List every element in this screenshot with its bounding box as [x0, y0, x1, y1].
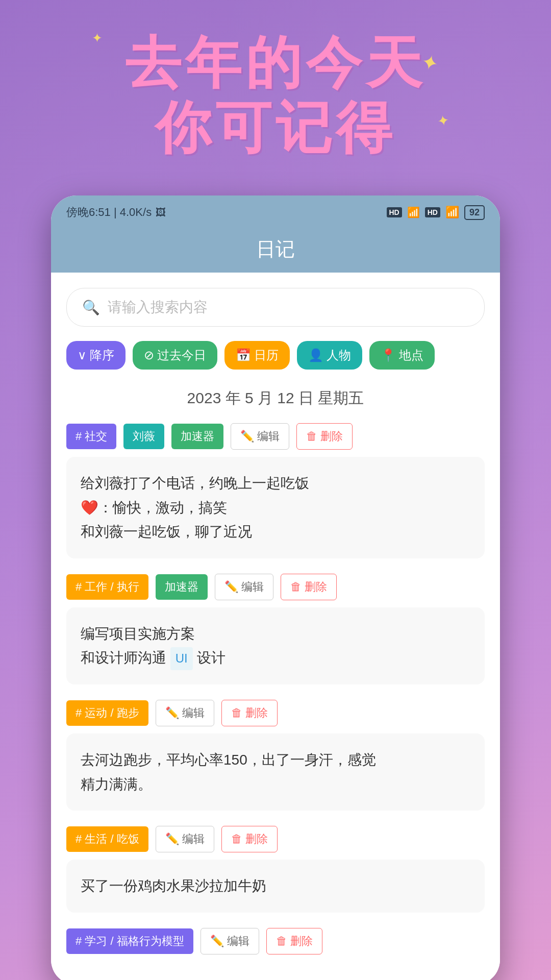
filter-past-btn[interactable]: ⊘ 过去今日	[133, 341, 217, 370]
entry4-line1: 买了一份鸡肉水果沙拉加牛奶	[81, 874, 470, 898]
entry1-line2: ❤️：愉快，激动，搞笑	[81, 496, 470, 520]
entry3-line2: 精力满满。	[81, 772, 470, 797]
filter-bar: ∨ 降序 ⊘ 过去今日 📅 日历 👤 人物 📍 地点	[66, 341, 485, 370]
entry1-edit-btn[interactable]: ✏️ 编辑	[231, 423, 289, 450]
entry3-edit-btn[interactable]: ✏️ 编辑	[156, 700, 214, 726]
tag-study[interactable]: # 学习 / 福格行为模型	[66, 928, 193, 954]
tag-social[interactable]: # 社交	[66, 424, 116, 449]
edit-label3: 编辑	[182, 705, 205, 721]
status-bar: 傍晚6:51 | 4.0K/s 🖼 HD 📶 HD 📶 92	[51, 195, 500, 226]
entry1-delete-btn[interactable]: 🗑 删除	[296, 423, 353, 450]
app-header: 日记	[51, 226, 500, 273]
person-label: 人物	[327, 347, 351, 363]
delete-label4: 删除	[245, 831, 268, 847]
status-time: 傍晚6:51 | 4.0K/s	[66, 205, 152, 220]
app-title: 日记	[256, 238, 295, 260]
entry4-edit-btn[interactable]: ✏️ 编辑	[156, 826, 214, 852]
wifi-icon: 📶	[445, 206, 459, 219]
edit-label4: 编辑	[182, 831, 205, 847]
entry2-delete-btn[interactable]: 🗑 删除	[281, 574, 337, 600]
edit-label: 编辑	[257, 429, 280, 444]
sort-icon: ∨	[78, 348, 87, 362]
hd-badge2: HD	[425, 207, 440, 217]
entry-section-5: # 学习 / 福格行为模型 ✏️ 编辑 🗑 删除	[66, 928, 485, 954]
delete-icon3: 🗑	[231, 706, 242, 720]
entry5-edit-btn[interactable]: ✏️ 编辑	[201, 928, 259, 954]
entry2-line2: 和设计师沟通 UI 设计	[81, 646, 470, 670]
entry3-line1: 去河边跑步，平均心率150，出了一身汗，感觉	[81, 748, 470, 772]
tag-work[interactable]: # 工作 / 执行	[66, 574, 148, 600]
tag-sport[interactable]: # 运动 / 跑步	[66, 700, 148, 726]
location-label: 地点	[399, 347, 423, 363]
delete-label: 删除	[320, 429, 343, 444]
entry1-line3: 和刘薇一起吃饭，聊了近况	[81, 520, 470, 544]
past-icon: ⊘	[144, 348, 154, 362]
entry3-delete-btn[interactable]: 🗑 删除	[221, 700, 278, 726]
header-section: ✦ 去年的今天 你可记得 ✦ ✦	[0, 0, 551, 180]
location-icon: 📍	[381, 348, 396, 362]
delete-label5: 删除	[290, 934, 313, 949]
entry2-tags-row: # 工作 / 执行 加速器 ✏️ 编辑 🗑 删除	[66, 574, 485, 600]
entry4-card: 买了一份鸡肉水果沙拉加牛奶	[66, 860, 485, 913]
entry2-line1: 编写项目实施方案	[81, 622, 470, 646]
entry4-tags-row: # 生活 / 吃饭 ✏️ 编辑 🗑 删除	[66, 826, 485, 852]
entry3-card: 去河边跑步，平均心率150，出了一身汗，感觉 精力满满。	[66, 733, 485, 811]
calendar-label: 日历	[254, 347, 279, 363]
tag-booster[interactable]: 加速器	[171, 424, 223, 449]
search-bar[interactable]: 🔍 请输入搜索内容	[66, 288, 485, 327]
past-label: 过去今日	[157, 347, 206, 363]
entry4-delete-btn[interactable]: 🗑 删除	[221, 826, 278, 852]
tag-booster2[interactable]: 加速器	[156, 574, 208, 600]
edit-icon4: ✏️	[165, 832, 179, 846]
filter-person-btn[interactable]: 👤 人物	[297, 341, 362, 370]
entry-section-2: # 工作 / 执行 加速器 ✏️ 编辑 🗑 删除 编写项目实施方案 和设计师沟通…	[66, 574, 485, 684]
delete-icon: 🗑	[306, 430, 317, 443]
search-icon: 🔍	[82, 299, 100, 316]
entry-section-3: # 运动 / 跑步 ✏️ 编辑 🗑 删除 去河边跑步，平均心率150，出了一身汗…	[66, 700, 485, 811]
date-header: 2023 年 5 月 12 日 星期五	[66, 388, 485, 409]
status-right: HD 📶 HD 📶 92	[387, 205, 485, 220]
person-icon: 👤	[308, 348, 323, 362]
entry-section-1: # 社交 刘薇 加速器 ✏️ 编辑 🗑 删除 给刘薇打了个电话，约晚上一起吃饭 …	[66, 423, 485, 558]
filter-sort-btn[interactable]: ∨ 降序	[66, 341, 126, 370]
entry2-edit-btn[interactable]: ✏️ 编辑	[215, 574, 273, 600]
entry1-tags-row: # 社交 刘薇 加速器 ✏️ 编辑 🗑 删除	[66, 423, 485, 450]
entry5-tags-row: # 学习 / 福格行为模型 ✏️ 编辑 🗑 删除	[66, 928, 485, 954]
calendar-icon: 📅	[236, 348, 251, 362]
battery-indicator: 92	[464, 205, 485, 220]
entry-section-4: # 生活 / 吃饭 ✏️ 编辑 🗑 删除 买了一份鸡肉水果沙拉加牛奶	[66, 826, 485, 913]
edit-icon5: ✏️	[210, 935, 224, 948]
header-title-line2: 你可记得	[20, 95, 531, 160]
entry1-line1: 给刘薇打了个电话，约晚上一起吃饭	[81, 471, 470, 496]
edit-icon3: ✏️	[165, 706, 179, 720]
filter-calendar-btn[interactable]: 📅 日历	[224, 341, 290, 370]
edit-icon: ✏️	[240, 430, 254, 443]
edit-label5: 编辑	[227, 934, 249, 949]
search-placeholder-text: 请输入搜索内容	[108, 298, 208, 317]
tag-person-liuwei[interactable]: 刘薇	[123, 424, 164, 449]
entry1-card: 给刘薇打了个电话，约晚上一起吃饭 ❤️：愉快，激动，搞笑 和刘薇一起吃饭，聊了近…	[66, 457, 485, 558]
edit-icon2: ✏️	[224, 580, 238, 594]
signal-icon: 📶	[407, 206, 420, 218]
status-icon: 🖼	[156, 207, 166, 218]
delete-icon4: 🗑	[231, 832, 242, 846]
sort-label: 降序	[90, 347, 114, 363]
entry2-card: 编写项目实施方案 和设计师沟通 UI 设计	[66, 607, 485, 684]
filter-location-btn[interactable]: 📍 地点	[369, 341, 435, 370]
sparkle-decoration: ✦	[92, 31, 103, 45]
delete-icon2: 🗑	[290, 580, 302, 594]
delete-label3: 删除	[245, 705, 268, 721]
delete-label2: 删除	[305, 579, 327, 595]
tag-life[interactable]: # 生活 / 吃饭	[66, 826, 148, 852]
entry3-tags-row: # 运动 / 跑步 ✏️ 编辑 🗑 删除	[66, 700, 485, 726]
edit-label2: 编辑	[241, 579, 264, 595]
content-area: 🔍 请输入搜索内容 ∨ 降序 ⊘ 过去今日 📅 日历 👤 人物 📍	[51, 273, 500, 980]
phone-frame: 傍晚6:51 | 4.0K/s 🖼 HD 📶 HD 📶 92 日记 🔍 请输入搜…	[51, 195, 500, 980]
hd-badge1: HD	[387, 207, 402, 217]
status-left: 傍晚6:51 | 4.0K/s 🖼	[66, 205, 166, 220]
entry5-delete-btn[interactable]: 🗑 删除	[266, 928, 322, 954]
delete-icon5: 🗑	[276, 935, 287, 948]
